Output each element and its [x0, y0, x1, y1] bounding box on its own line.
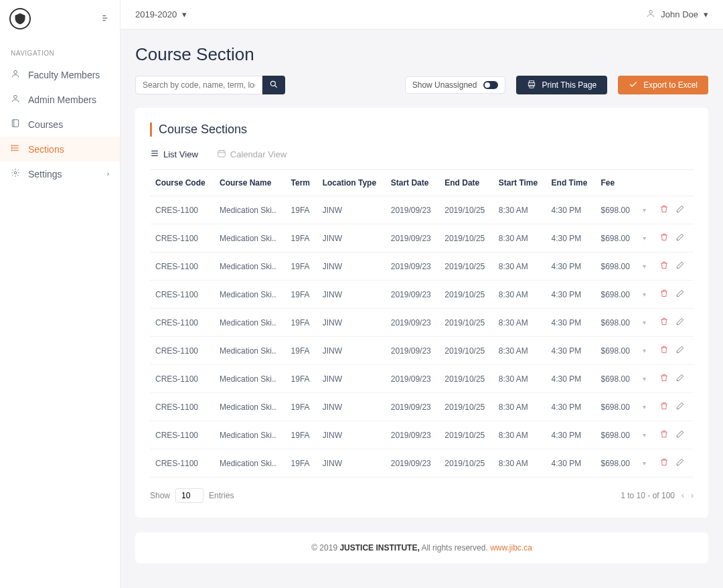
column-header[interactable]: End Date	[439, 170, 493, 196]
gear-icon	[11, 168, 20, 179]
page-size-control: Show 10 Entries	[150, 488, 234, 503]
delete-icon[interactable]	[659, 373, 669, 384]
table-cell: CRES-1100	[150, 252, 214, 281]
edit-icon[interactable]	[675, 204, 685, 216]
page-size-select[interactable]: 10	[175, 488, 204, 503]
column-header[interactable]: Fee	[595, 170, 637, 196]
sidebar-item-admin-members[interactable]: Admin Members	[0, 87, 120, 112]
table-cell: $698.00	[595, 365, 637, 393]
delete-icon[interactable]	[659, 429, 669, 441]
table-cell: 19FA	[286, 393, 317, 421]
table-cell: CRES-1100	[150, 365, 214, 393]
expand-row-icon[interactable]: ▾	[643, 375, 646, 382]
sidebar-toggle-icon[interactable]	[101, 13, 110, 25]
show-unassigned-toggle[interactable]: Show Unassigned	[405, 76, 506, 94]
svg-point-10	[11, 145, 12, 146]
table-cell: 2019/10/25	[439, 337, 493, 365]
search-button[interactable]	[262, 76, 285, 94]
user-icon	[11, 94, 20, 105]
edit-icon[interactable]	[675, 232, 685, 244]
table-cell: 8:30 AM	[493, 196, 546, 224]
table-cell: 8:30 AM	[493, 393, 546, 421]
year-picker[interactable]: 2019-2020 ▾	[135, 9, 187, 19]
column-header[interactable]: Start Date	[386, 170, 440, 196]
user-menu[interactable]: John Doe ▾	[646, 9, 708, 20]
delete-icon[interactable]	[659, 232, 669, 244]
sections-card: Course Sections List View Calendar View …	[135, 108, 708, 518]
edit-icon[interactable]	[675, 457, 685, 469]
edit-icon[interactable]	[675, 345, 685, 356]
table-cell: 2019/10/25	[439, 449, 493, 477]
print-button[interactable]: Print This Page	[516, 76, 607, 94]
expand-row-icon[interactable]: ▾	[643, 431, 646, 439]
column-header[interactable]: Course Name	[214, 170, 286, 196]
tab-calendar-view[interactable]: Calendar View	[217, 149, 287, 160]
delete-icon[interactable]	[659, 401, 669, 413]
expand-row-icon[interactable]: ▾	[643, 459, 646, 467]
column-header[interactable]: Course Code	[150, 170, 214, 196]
table-cell: 8:30 AM	[493, 449, 546, 477]
pager-next[interactable]: ›	[691, 491, 694, 500]
table-cell: JINW	[317, 393, 386, 421]
search-input[interactable]	[135, 76, 262, 94]
footer-rights: All rights reserved.	[420, 543, 490, 553]
table-cell: 19FA	[286, 337, 317, 365]
column-header[interactable]: Location Type	[317, 170, 386, 196]
unassigned-label: Show Unassigned	[412, 80, 477, 90]
table-cell: 2019/09/23	[386, 252, 440, 281]
footer-institute: JUSTICE INSTITUTE,	[339, 543, 419, 553]
tab-list-view[interactable]: List View	[150, 149, 198, 160]
sidebar-item-settings[interactable]: Settings›	[0, 161, 120, 186]
edit-icon[interactable]	[675, 289, 685, 300]
delete-icon[interactable]	[659, 317, 669, 328]
table-cell: 19FA	[286, 196, 317, 224]
edit-icon[interactable]	[675, 429, 685, 441]
table-cell: 8:30 AM	[493, 365, 546, 393]
sidebar-item-courses[interactable]: Courses	[0, 112, 120, 137]
delete-icon[interactable]	[659, 457, 669, 469]
table-cell: 2019/09/23	[386, 309, 440, 337]
expand-row-icon[interactable]: ▾	[643, 206, 646, 214]
column-header[interactable]: Term	[286, 170, 317, 196]
table-row: CRES-1100Medication Ski..19FAJINW2019/09…	[150, 337, 694, 365]
expand-row-icon[interactable]: ▾	[643, 234, 646, 242]
entries-label: Entries	[209, 491, 234, 500]
delete-icon[interactable]	[659, 204, 669, 216]
expand-row-icon[interactable]: ▾	[643, 403, 646, 411]
table-cell: 4:30 PM	[546, 337, 596, 365]
table-cell: $698.00	[595, 393, 637, 421]
sidebar-item-label: Sections	[28, 144, 64, 155]
table-cell: 2019/10/25	[439, 365, 493, 393]
expand-row-icon[interactable]: ▾	[643, 291, 646, 298]
table-cell: 2019/10/25	[439, 421, 493, 449]
toggle-switch[interactable]	[483, 81, 498, 89]
delete-icon[interactable]	[659, 261, 669, 272]
table-row: CRES-1100Medication Ski..19FAJINW2019/09…	[150, 224, 694, 252]
table-cell: $698.00	[595, 337, 637, 365]
pager-prev[interactable]: ‹	[681, 491, 684, 500]
edit-icon[interactable]	[675, 261, 685, 272]
delete-icon[interactable]	[659, 345, 669, 356]
column-header[interactable]: End Time	[546, 170, 596, 196]
expand-row-icon[interactable]: ▾	[643, 347, 646, 354]
table-cell: 4:30 PM	[546, 281, 596, 309]
logo	[9, 8, 31, 29]
print-label: Print This Page	[542, 80, 596, 90]
column-header[interactable]: Start Time	[493, 170, 546, 196]
list-icon	[11, 143, 20, 155]
table-cell: 8:30 AM	[493, 309, 546, 337]
expand-row-icon[interactable]: ▾	[643, 319, 646, 326]
edit-icon[interactable]	[675, 373, 685, 384]
sidebar-item-sections[interactable]: Sections	[0, 137, 120, 161]
footer-url[interactable]: www.jibc.ca	[490, 543, 532, 553]
year-value: 2019-2020	[135, 9, 177, 19]
delete-icon[interactable]	[659, 289, 669, 300]
export-button[interactable]: Export to Excel	[618, 76, 708, 94]
table-cell: $698.00	[595, 449, 637, 477]
sidebar-item-faculty-members[interactable]: Faculty Members	[0, 62, 120, 87]
edit-icon[interactable]	[675, 317, 685, 328]
table-cell: 19FA	[286, 421, 317, 449]
expand-row-icon[interactable]: ▾	[643, 263, 646, 270]
edit-icon[interactable]	[675, 401, 685, 413]
table-cell: 2019/09/23	[386, 281, 440, 309]
